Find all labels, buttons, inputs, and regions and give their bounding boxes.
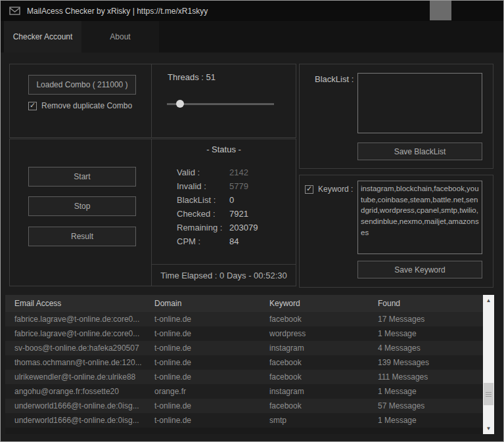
table-cell: t-online.de <box>145 416 260 425</box>
table-row[interactable]: fabrice.lagrave@t-online.de:core0...t-on… <box>5 326 483 341</box>
status-title: - Status - <box>152 144 296 154</box>
scroll-up-icon[interactable]: ▲ <box>483 295 494 306</box>
status-value: 7921 <box>229 209 248 219</box>
status-value: 2142 <box>229 167 248 177</box>
keyword-row: ✓ Keyword : <box>305 185 353 194</box>
status-label: CPM : <box>177 236 229 246</box>
status-label: Valid : <box>177 167 229 177</box>
table-cell: smtp <box>260 416 369 425</box>
table-row[interactable]: ulrikewendler@t-online.de:ulrike88t-onli… <box>5 370 483 384</box>
column-header[interactable]: Keyword <box>260 299 369 308</box>
checker-panel: Loaded Combo ( 211000 ) ✓ Remove duplica… <box>1 53 503 441</box>
table-cell: 17 Messages <box>369 315 483 324</box>
table-cell: ulrikewendler@t-online.de:ulrike88 <box>5 372 145 382</box>
table-cell: t-online.de <box>145 329 260 338</box>
threads-groupbox: Threads : 51 <box>151 64 296 138</box>
table-cell: facebook <box>260 372 369 382</box>
table-cell: 1 Message <box>369 329 483 338</box>
status-label: Remaining : <box>177 223 229 232</box>
save-blacklist-button[interactable]: Save BlackList <box>357 143 482 160</box>
result-button[interactable]: Result <box>28 227 136 246</box>
table-row[interactable]: underworld1666@t-online.de:0isg...t-onli… <box>5 413 483 428</box>
column-header[interactable]: Domain <box>145 299 260 308</box>
check-icon: ✓ <box>306 185 312 192</box>
combo-groupbox: Loaded Combo ( 211000 ) ✓ Remove duplica… <box>9 64 152 138</box>
table-cell: t-online.de <box>145 372 260 382</box>
table-cell: 139 Messages <box>369 358 483 367</box>
column-header[interactable]: Email Access <box>5 299 145 308</box>
status-row: Invalid :5779 <box>177 179 289 193</box>
results-header: Email AccessDomainKeywordFound <box>5 295 483 312</box>
threads-slider[interactable] <box>167 99 274 108</box>
blacklist-textarea[interactable] <box>357 73 482 133</box>
tab-bar: Checker Account About <box>1 21 503 53</box>
table-cell: instagram <box>260 387 369 396</box>
table-cell: wordpress <box>260 329 369 338</box>
table-row[interactable]: fabrice.lagrave@t-online.de:core0...t-on… <box>5 312 483 326</box>
save-keyword-button[interactable]: Save Keyword <box>357 261 482 278</box>
status-label: Invalid : <box>177 181 229 191</box>
table-cell: instagram <box>260 343 369 353</box>
table-row[interactable]: thomas.ochmann@t-online.de:120...t-onlin… <box>5 355 483 370</box>
time-elapsed: Time Elapsed : 0 Days - 00:52:30 <box>152 271 296 280</box>
status-row: Checked :7921 <box>177 207 289 221</box>
window-control-button[interactable] <box>430 1 451 20</box>
stop-button[interactable]: Stop <box>28 196 136 216</box>
scrollbar-grip-icon <box>486 391 492 397</box>
table-cell: orange.fr <box>145 387 260 396</box>
status-value: 0 <box>229 195 234 205</box>
results-scrollbar[interactable]: ▲ ▼ <box>483 295 494 434</box>
status-label: Checked : <box>177 209 229 219</box>
table-row[interactable]: underworld1666@t-online.de:0isg...t-onli… <box>5 399 483 413</box>
table-cell: fabrice.lagrave@t-online.de:core0... <box>5 329 145 338</box>
titlebar[interactable]: MailAcess Checker by xRisky | https://t.… <box>1 1 503 21</box>
check-icon: ✓ <box>30 102 35 109</box>
table-cell: 4 Messages <box>369 343 483 353</box>
status-separator <box>152 264 296 265</box>
remove-duplicate-row: ✓ Remove duplicate Combo <box>28 101 132 110</box>
scrollbar-thumb[interactable] <box>484 383 493 405</box>
blacklist-label: BlackList : <box>315 74 354 84</box>
table-cell: sv-boos@t-online.de:hafeka290507 <box>5 343 145 353</box>
status-groupbox: - Status - Valid :2142Invalid :5779Black… <box>151 139 296 286</box>
threads-label: Threads : 51 <box>168 72 216 82</box>
table-row[interactable]: angohu@orange.fr:fossette20orange.frinst… <box>5 384 483 399</box>
status-row: Remaining :203079 <box>177 221 289 234</box>
keyword-groupbox: ✓ Keyword : instagram,blockchain,faceboo… <box>299 175 493 288</box>
results-rows: fabrice.lagrave@t-online.de:core0...t-on… <box>5 312 483 428</box>
table-cell: 111 Messages <box>369 372 483 382</box>
status-rows: Valid :2142Invalid :5779BlackList :0Chec… <box>177 166 289 248</box>
status-row: BlackList :0 <box>177 193 289 207</box>
app-icon <box>9 6 20 16</box>
table-cell: 57 Messages <box>369 401 483 410</box>
tab-about[interactable]: About <box>81 21 159 53</box>
table-cell: 1 Message <box>369 416 483 425</box>
remove-duplicate-checkbox[interactable]: ✓ <box>28 102 37 110</box>
table-cell: underworld1666@t-online.de:0isg... <box>5 401 145 410</box>
column-header[interactable]: Found <box>369 299 483 308</box>
threads-slider-thumb[interactable] <box>176 100 184 108</box>
keyword-checkbox[interactable]: ✓ <box>305 185 313 194</box>
status-label: BlackList : <box>177 195 229 205</box>
status-value: 203079 <box>229 223 258 232</box>
keyword-textarea[interactable]: instagram,blockchain,facebook,youtube,co… <box>357 181 482 254</box>
table-cell: thomas.ochmann@t-online.de:120... <box>5 358 145 367</box>
app-window: MailAcess Checker by xRisky | https://t.… <box>0 0 504 442</box>
table-cell: 1 Message <box>369 387 483 396</box>
window-title: MailAcess Checker by xRisky | https://t.… <box>27 7 208 16</box>
table-cell: t-online.de <box>145 401 260 410</box>
status-row: CPM :84 <box>177 234 289 248</box>
table-cell: fabrice.lagrave@t-online.de:core0... <box>5 315 145 324</box>
table-row[interactable]: sv-boos@t-online.de:hafeka290507t-online… <box>5 341 483 355</box>
blacklist-groupbox: BlackList : Save BlackList <box>299 64 493 169</box>
loaded-combo-button[interactable]: Loaded Combo ( 211000 ) <box>28 75 136 95</box>
actions-groupbox: Start Stop Result <box>9 139 152 286</box>
tab-checker-account[interactable]: Checker Account <box>4 21 81 53</box>
table-cell: facebook <box>260 315 369 324</box>
scroll-down-icon[interactable]: ▼ <box>483 423 494 434</box>
table-cell: angohu@orange.fr:fossette20 <box>5 387 145 396</box>
table-cell: t-online.de <box>145 343 260 353</box>
start-button[interactable]: Start <box>28 167 136 187</box>
table-cell: underworld1666@t-online.de:0isg... <box>5 416 145 425</box>
table-cell: t-online.de <box>145 358 260 367</box>
